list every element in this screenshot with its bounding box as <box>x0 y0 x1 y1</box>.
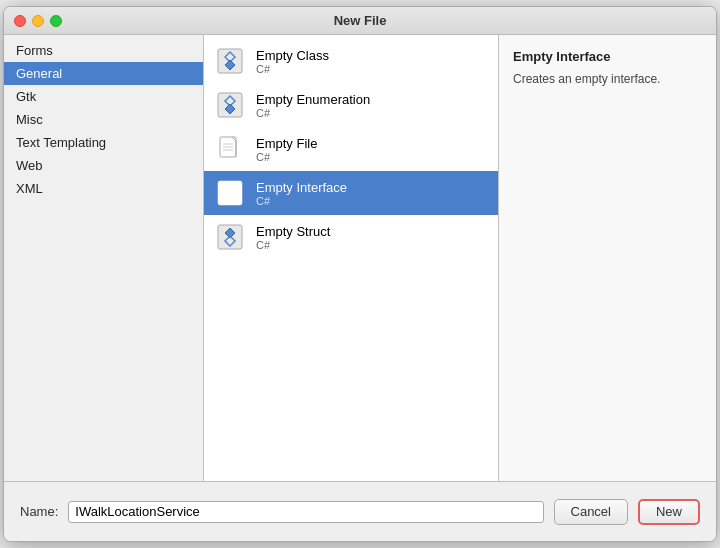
svg-marker-12 <box>226 187 234 199</box>
empty-struct-subtitle: C# <box>256 239 330 251</box>
name-label: Name: <box>20 504 58 519</box>
sidebar-item-misc[interactable]: Misc <box>4 108 203 131</box>
empty-file-title: Empty File <box>256 136 317 151</box>
interface-icon <box>214 177 246 209</box>
right-panel-description: Creates an empty interface. <box>513 70 702 88</box>
close-button[interactable] <box>14 15 26 27</box>
main-content: Forms General Gtk Misc Text Templating W… <box>4 35 716 481</box>
titlebar: New File <box>4 7 716 35</box>
left-panel: Forms General Gtk Misc Text Templating W… <box>4 35 204 481</box>
item-empty-class[interactable]: Empty Class C# <box>204 39 498 83</box>
new-button[interactable]: New <box>638 499 700 525</box>
class-icon <box>214 45 246 77</box>
window-title: New File <box>334 13 387 28</box>
empty-class-text: Empty Class C# <box>256 48 329 75</box>
empty-struct-text: Empty Struct C# <box>256 224 330 251</box>
empty-interface-text: Empty Interface C# <box>256 180 347 207</box>
bottom-bar: Name: Cancel New <box>4 481 716 541</box>
right-panel: Empty Interface Creates an empty interfa… <box>499 35 716 481</box>
sidebar-item-general[interactable]: General <box>4 62 203 85</box>
empty-enumeration-text: Empty Enumeration C# <box>256 92 370 119</box>
sidebar-item-gtk[interactable]: Gtk <box>4 85 203 108</box>
item-empty-interface[interactable]: Empty Interface C# <box>204 171 498 215</box>
sidebar-item-forms[interactable]: Forms <box>4 39 203 62</box>
empty-file-subtitle: C# <box>256 151 317 163</box>
empty-interface-subtitle: C# <box>256 195 347 207</box>
right-panel-title: Empty Interface <box>513 49 702 64</box>
empty-struct-title: Empty Struct <box>256 224 330 239</box>
empty-file-text: Empty File C# <box>256 136 317 163</box>
item-empty-struct[interactable]: Empty Struct C# <box>204 215 498 259</box>
name-input[interactable] <box>68 501 543 523</box>
empty-enumeration-subtitle: C# <box>256 107 370 119</box>
titlebar-buttons <box>14 15 62 27</box>
middle-panel: Empty Class C# Empty Enumeration C# <box>204 35 499 481</box>
file-icon <box>214 133 246 165</box>
minimize-button[interactable] <box>32 15 44 27</box>
struct-icon <box>214 221 246 253</box>
empty-class-title: Empty Class <box>256 48 329 63</box>
sidebar-item-text-templating[interactable]: Text Templating <box>4 131 203 154</box>
empty-class-subtitle: C# <box>256 63 329 75</box>
enum-icon <box>214 89 246 121</box>
item-empty-enumeration[interactable]: Empty Enumeration C# <box>204 83 498 127</box>
sidebar-item-web[interactable]: Web <box>4 154 203 177</box>
new-file-dialog: New File Forms General Gtk Misc Text Tem… <box>3 6 717 542</box>
cancel-button[interactable]: Cancel <box>554 499 628 525</box>
sidebar-item-xml[interactable]: XML <box>4 177 203 200</box>
item-empty-file[interactable]: Empty File C# <box>204 127 498 171</box>
empty-enumeration-title: Empty Enumeration <box>256 92 370 107</box>
empty-interface-title: Empty Interface <box>256 180 347 195</box>
maximize-button[interactable] <box>50 15 62 27</box>
